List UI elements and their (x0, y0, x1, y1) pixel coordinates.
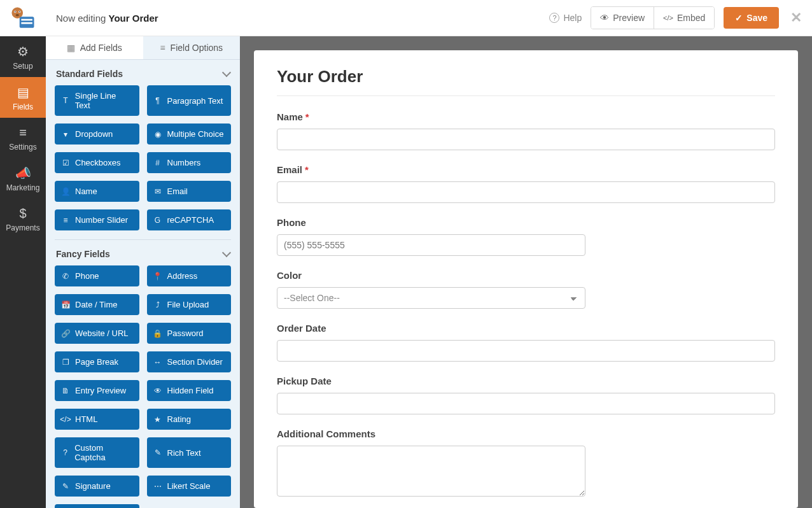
vertical-nav: ⚙Setup▤Fields≡Settings📣Marketing$Payment… (0, 0, 46, 508)
form-field-phone[interactable]: Phone (277, 217, 775, 256)
copy-icon: ❐ (61, 358, 70, 367)
hash-icon: # (153, 159, 162, 167)
form-label: Pickup Date (277, 376, 775, 386)
preview-embed-group: 👁 Preview </> Embed (591, 6, 715, 29)
field-type-section-divider[interactable]: ↔Section Divider (147, 351, 232, 372)
field-type-label: Name (75, 187, 97, 196)
phone-input[interactable] (277, 234, 585, 256)
field-type-label: Multiple Choice (167, 129, 224, 139)
field-type-label: Phone (75, 271, 99, 281)
form-field-email[interactable]: Email* (277, 164, 775, 203)
form-field-name[interactable]: Name* (277, 111, 775, 150)
form-label: Additional Comments (277, 428, 775, 439)
google-icon: G (153, 216, 162, 225)
form-field-color[interactable]: Color--Select One-- (277, 270, 775, 309)
name-input[interactable] (277, 129, 775, 150)
field-type-rich-text[interactable]: ✎Rich Text (147, 437, 232, 468)
help-label: Help (563, 13, 582, 23)
order-date-input[interactable] (277, 340, 775, 362)
embed-button[interactable]: </> Embed (654, 7, 714, 29)
form-label: Order Date (277, 323, 775, 334)
field-type-file-upload[interactable]: ⤴File Upload (147, 294, 232, 315)
field-type-phone[interactable]: ✆Phone (55, 265, 139, 286)
vnav-item-setup[interactable]: ⚙Setup (0, 36, 46, 77)
field-type-label: reCAPTCHA (167, 215, 214, 225)
field-type-likert-scale[interactable]: ⋯Likert Scale (147, 476, 232, 497)
field-type-net-promoter-score[interactable]: ◐Net Promoter Score (55, 504, 139, 508)
group-header-fancy-fields[interactable]: Fancy Fields (55, 240, 231, 265)
field-type-website-url[interactable]: 🔗Website / URL (55, 323, 139, 344)
list-icon: ▤ (0, 85, 46, 100)
field-type-label: Address (167, 271, 198, 281)
group-header-standard-fields[interactable]: Standard Fields (55, 60, 231, 85)
form-preview[interactable]: Your Order Name*Email*PhoneColor--Select… (254, 50, 798, 508)
wpforms-logo-icon (10, 6, 36, 29)
required-asterisk: * (305, 111, 309, 122)
form-field-additional-comments[interactable]: Additional Comments (277, 428, 775, 498)
field-type-paragraph-text[interactable]: ¶Paragraph Text (147, 85, 232, 116)
vnav-label: Setup (13, 62, 32, 71)
field-type-numbers[interactable]: #Numbers (147, 152, 232, 173)
tab-add-fields[interactable]: ▦Add Fields (46, 36, 143, 59)
app-logo (0, 0, 46, 36)
field-type-checkboxes[interactable]: ☑Checkboxes (55, 152, 139, 173)
field-type-entry-preview[interactable]: 🗎Entry Preview (55, 380, 139, 401)
form-field-pickup-date[interactable]: Pickup Date (277, 376, 775, 414)
field-type-hidden-field[interactable]: 👁Hidden Field (147, 380, 232, 401)
eye-slash-icon: 👁 (153, 386, 162, 395)
sidebar-tabs: ▦Add Fields≡Field Options (46, 36, 240, 60)
field-type-multiple-choice[interactable]: ◉Multiple Choice (147, 123, 232, 145)
question-icon: ? (61, 448, 69, 457)
field-type-address[interactable]: 📍Address (147, 265, 232, 286)
additional-comments-input[interactable] (277, 446, 585, 497)
save-button[interactable]: ✓ Save (724, 7, 779, 29)
field-type-single-line-text[interactable]: TSingle Line Text (55, 85, 139, 116)
field-type-label: Single Line Text (75, 91, 133, 110)
vnav-item-marketing[interactable]: 📣Marketing (0, 158, 46, 199)
embed-label: Embed (677, 13, 705, 23)
field-type-signature[interactable]: ✎Signature (55, 476, 139, 497)
field-type-label: Password (167, 328, 204, 338)
color-input[interactable]: --Select One-- (277, 287, 585, 309)
top-bar: Now editing Your Order ? Help 👁 Preview … (46, 0, 812, 36)
field-type-password[interactable]: 🔒Password (147, 323, 232, 344)
email-input[interactable] (277, 181, 775, 203)
code-icon: </> (663, 14, 673, 22)
preview-button[interactable]: 👁 Preview (591, 7, 654, 29)
preview-label: Preview (613, 13, 645, 23)
vnav-item-fields[interactable]: ▤Fields (0, 77, 46, 118)
field-type-label: Entry Preview (75, 386, 126, 395)
vnav-item-payments[interactable]: $Payments (0, 199, 46, 239)
field-type-rating[interactable]: ★Rating (147, 409, 232, 430)
field-type-dropdown[interactable]: ▾Dropdown (55, 123, 139, 145)
field-type-custom-captcha[interactable]: ?Custom Captcha (55, 437, 139, 468)
close-icon[interactable]: ✕ (790, 10, 802, 26)
tab-field-options[interactable]: ≡Field Options (143, 36, 241, 59)
field-type-label: Rich Text (167, 448, 201, 458)
help-icon: ? (549, 13, 559, 23)
vnav-item-settings[interactable]: ≡Settings (0, 118, 46, 158)
tab-label: Field Options (171, 43, 223, 53)
pickup-date-input[interactable] (277, 393, 775, 414)
field-type-recaptcha[interactable]: GreCAPTCHA (147, 209, 232, 230)
editing-prefix: Now editing (56, 13, 106, 24)
vnav-label: Fields (13, 102, 33, 111)
field-type-page-break[interactable]: ❐Page Break (55, 351, 139, 372)
svg-rect-8 (21, 22, 32, 24)
text-icon: T (61, 96, 70, 105)
field-type-name[interactable]: 👤Name (55, 181, 139, 202)
field-type-label: Page Break (75, 357, 118, 367)
field-type-email[interactable]: ✉Email (147, 181, 232, 202)
field-type-number-slider[interactable]: ≡Number Slider (55, 209, 139, 230)
help-link[interactable]: ? Help (549, 13, 582, 23)
sliders-icon: ≡ (61, 216, 70, 225)
field-type-label: HTML (75, 414, 97, 424)
field-type-label: Rating (167, 414, 192, 424)
field-type-label: Section Divider (167, 357, 223, 367)
field-type-label: Number Slider (75, 215, 128, 225)
field-type-html[interactable]: </>HTML (55, 409, 139, 430)
svg-rect-7 (21, 19, 32, 21)
form-field-order-date[interactable]: Order Date (277, 323, 775, 362)
field-type-date-time[interactable]: 📅Date / Time (55, 294, 139, 315)
check-icon: ✓ (735, 13, 743, 23)
